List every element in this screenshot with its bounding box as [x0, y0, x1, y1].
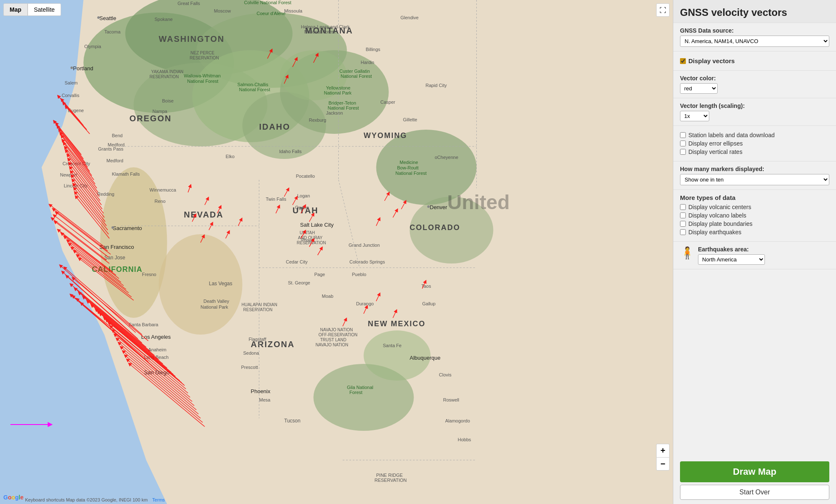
svg-text:RESERVATION: RESERVATION [243, 307, 273, 312]
svg-text:Elko: Elko [226, 154, 235, 159]
gnss-data-source-select[interactable]: N. America, NAM14, UNAVCO [680, 36, 829, 47]
start-over-button[interactable]: Start Over [680, 485, 829, 500]
svg-text:Ogden: Ogden [295, 205, 309, 210]
plate-boundaries-checkbox[interactable] [680, 221, 686, 227]
markers-section: How many markers displayed: Show all Sho… [673, 161, 836, 190]
sidebar-actions: Draw Map Start Over [673, 457, 836, 504]
svg-text:Tacoma: Tacoma [105, 29, 121, 34]
zoom-in-btn[interactable]: + [656, 444, 670, 457]
svg-text:Glendive: Glendive [401, 15, 419, 20]
display-vertical-rates-label[interactable]: Display vertical rates [688, 148, 742, 155]
more-types-title: More types of data [680, 194, 829, 201]
earthquakes-area-select[interactable]: North America South America Europe Asia … [698, 254, 765, 265]
display-vertical-rates-checkbox[interactable] [680, 149, 686, 155]
svg-text:Forest: Forest [350, 390, 363, 395]
plate-boundaries-label[interactable]: Display plate boundaries [688, 220, 752, 227]
station-labels-label[interactable]: Station labels and data download [688, 132, 775, 138]
display-vectors-label[interactable]: Display vectors [688, 57, 735, 64]
svg-text:Boise: Boise [162, 98, 174, 103]
svg-text:Colorado Springs: Colorado Springs [350, 259, 385, 264]
reference-arrow [8, 420, 59, 429]
svg-text:NEZ PERCE: NEZ PERCE [191, 51, 215, 55]
fullscreen-btn[interactable] [656, 3, 670, 17]
display-error-ellipses-label[interactable]: Display error ellipses [688, 140, 743, 147]
svg-text:Helena-Lewis and Clark: Helena-Lewis and Clark [301, 24, 350, 29]
volcano-labels-checkbox[interactable] [680, 212, 686, 218]
station-labels-checkbox[interactable] [680, 132, 686, 138]
svg-text:Las Vegas: Las Vegas [209, 281, 233, 287]
terms-link[interactable]: Terms [152, 497, 165, 502]
svg-text:PINE RIDGE: PINE RIDGE [376, 473, 403, 478]
svg-text:Flagstaff: Flagstaff [249, 337, 267, 342]
vector-color-select[interactable]: red blue green black [680, 83, 718, 94]
svg-text:WASHINGTON: WASHINGTON [159, 34, 225, 43]
svg-text:Gillette: Gillette [403, 117, 417, 122]
map-type-satellite-btn[interactable]: Satellite [28, 3, 61, 16]
draw-map-button[interactable]: Draw Map [680, 461, 829, 482]
svg-text:Seattle: Seattle [100, 15, 116, 21]
svg-point-33 [71, 67, 73, 69]
svg-text:Santa Fe: Santa Fe [383, 343, 402, 348]
svg-text:NAVAJO NATION: NAVAJO NATION [320, 327, 353, 332]
svg-text:OREGON: OREGON [130, 114, 172, 123]
svg-text:Coeur d'Alene: Coeur d'Alene [257, 11, 286, 16]
svg-text:Spokane: Spokane [155, 17, 173, 22]
svg-text:Eugene: Eugene [68, 108, 84, 113]
vector-length-section: Vector length (scaling): 0.5x 1x 2x 4x [673, 98, 836, 126]
svg-text:Anaheim: Anaheim [148, 347, 166, 352]
svg-text:Great Falls: Great Falls [178, 1, 200, 6]
gnss-data-source-label: GNSS Data source: [680, 27, 829, 34]
svg-text:RESERVATION: RESERVATION [190, 56, 219, 60]
svg-text:Long Beach: Long Beach [144, 355, 169, 360]
svg-text:Lincoln City: Lincoln City [64, 183, 88, 188]
display-error-ellipses-checkbox[interactable] [680, 141, 686, 146]
svg-text:Winnemucca: Winnemucca [150, 187, 176, 192]
svg-text:Twin Falls: Twin Falls [266, 197, 286, 202]
display-vectors-checkbox[interactable] [680, 58, 686, 64]
svg-text:Tucson: Tucson [284, 418, 301, 424]
svg-text:St. George: St. George [288, 280, 310, 285]
sidebar-title: GNSS velocity vectors [673, 0, 836, 23]
google-logo: Google [3, 494, 23, 501]
svg-text:Medicine: Medicine [400, 160, 418, 165]
station-labels-section: Station labels and data download Display… [673, 126, 836, 161]
svg-text:NEVADA: NEVADA [184, 210, 224, 219]
volcanic-centers-label[interactable]: Display volcanic centers [688, 204, 751, 210]
map-type-map-btn[interactable]: Map [3, 3, 28, 16]
svg-point-48 [112, 226, 114, 229]
svg-text:Gallup: Gallup [422, 301, 436, 306]
svg-text:Page: Page [314, 272, 325, 277]
svg-text:AND OURAY: AND OURAY [298, 235, 323, 240]
footer-text: Keyboard shortcuts Map data ©2023 Google… [25, 497, 148, 502]
svg-text:National Forest: National Forest [328, 105, 359, 110]
svg-text:San Francisco: San Francisco [100, 244, 134, 250]
volcanic-centers-checkbox[interactable] [680, 204, 686, 210]
volcano-labels-label[interactable]: Display volcano labels [688, 212, 747, 219]
svg-text:Billings: Billings [366, 47, 381, 52]
svg-text:RESERVATION: RESERVATION [297, 240, 326, 245]
svg-text:Taos: Taos [422, 284, 432, 289]
svg-text:Colville National Forest: Colville National Forest [244, 0, 291, 5]
map-footer: Keyboard shortcuts Map data ©2023 Google… [25, 497, 165, 502]
svg-text:Olympia: Olympia [84, 44, 102, 49]
zoom-out-btn[interactable]: − [656, 457, 670, 471]
svg-text:Phoenix: Phoenix [251, 388, 271, 394]
markers-select[interactable]: Show all Show one in two Show one in fiv… [680, 174, 829, 185]
svg-text:National Forest: National Forest [341, 74, 372, 79]
svg-text:Hardin: Hardin [361, 60, 374, 65]
svg-text:TRUST LAND: TRUST LAND [320, 338, 347, 342]
vector-color-section: Vector color: red blue green black [673, 71, 836, 98]
display-earthquakes-label[interactable]: Display earthquakes [688, 229, 741, 235]
svg-text:Hobbs: Hobbs [458, 437, 471, 442]
svg-text:Denver: Denver [430, 204, 448, 210]
svg-text:Fresno: Fresno [142, 272, 156, 277]
svg-text:WYOMING: WYOMING [364, 131, 407, 140]
svg-text:RESERVATION: RESERVATION [375, 478, 407, 483]
display-earthquakes-checkbox[interactable] [680, 229, 686, 235]
vector-length-select[interactable]: 0.5x 1x 2x 4x [680, 111, 709, 121]
svg-text:NEW MEXICO: NEW MEXICO [368, 320, 426, 328]
svg-text:Newport: Newport [60, 172, 77, 177]
svg-text:Alamogordo: Alamogordo [445, 418, 470, 423]
svg-text:Death Valley: Death Valley [204, 299, 230, 304]
svg-text:Mesa: Mesa [259, 397, 271, 402]
